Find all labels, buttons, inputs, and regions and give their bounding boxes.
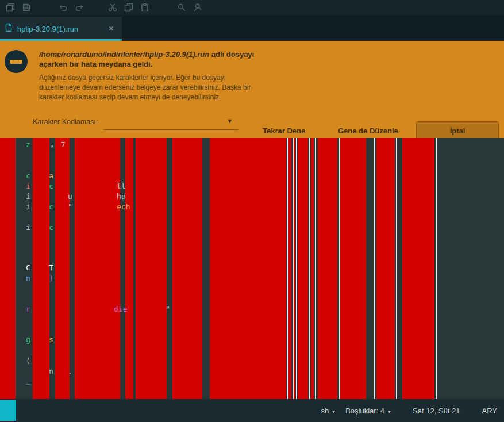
- editor-text-glyph: n: [26, 274, 30, 283]
- editor-text-glyph: ech: [117, 202, 130, 212]
- redo-icon: [75, 3, 84, 12]
- column-separator-line: [315, 138, 316, 399]
- column-separator-line: [436, 138, 437, 399]
- encoding-label: Karakter Kodlaması:: [33, 118, 98, 126]
- cursor-position-button[interactable]: Sat 12, Süt 21: [411, 404, 461, 417]
- tab-hplip-file[interactable]: hplip-3.20.9(1).run ×: [0, 17, 122, 41]
- invalid-bytes-stripe: [376, 138, 395, 399]
- text-editor-window: hplip-3.20.9(1).run × /home/ronarduino/İ…: [0, 0, 504, 422]
- editor-text-glyph: .: [68, 367, 72, 376]
- invalid-bytes-stripe: [55, 138, 70, 399]
- column-separator-line: [339, 138, 340, 399]
- editor-text-glyph: r: [26, 305, 30, 314]
- column-separator-line: [396, 138, 397, 399]
- tab-close-button[interactable]: ×: [106, 24, 116, 33]
- toolbar: [0, 0, 504, 15]
- invalid-bytes-stripe: [340, 138, 366, 399]
- error-banner: /home/ronarduino/İndirilenler/hplip-3.20…: [0, 41, 504, 138]
- retry-button[interactable]: Tekrar Dene: [257, 122, 311, 139]
- redo-button[interactable]: [71, 1, 87, 14]
- editor-text-glyph: _: [26, 376, 30, 385]
- editor-text-glyph: i: [26, 223, 30, 232]
- invalid-bytes-stripe: [172, 138, 202, 399]
- invalid-bytes-stripe: [318, 138, 337, 399]
- editor-text-glyph: C: [26, 263, 30, 273]
- editor-text-glyph: ": [49, 144, 54, 153]
- tab-bar: hplip-3.20.9(1).run ×: [0, 15, 504, 41]
- indentation-dropdown[interactable]: Boşluklar: 4: [344, 404, 392, 417]
- copy-icon: [124, 3, 133, 12]
- chevron-down-icon: ▼: [226, 117, 233, 124]
- document-icon: [5, 23, 13, 34]
- search-icon: [177, 3, 186, 12]
- copy-button[interactable]: [121, 1, 137, 14]
- editor-text-glyph: s: [49, 335, 53, 344]
- editor-text-glyph: T: [49, 263, 53, 273]
- column-separator-line: [309, 138, 310, 399]
- editor-text-glyph: ": [68, 202, 72, 212]
- invalid-bytes-stripe: [210, 138, 286, 399]
- editor-text-glyph: a: [49, 171, 53, 181]
- invalid-bytes-stripe: [311, 138, 314, 399]
- editor-text-glyph: n: [49, 367, 53, 376]
- error-file-path: /home/ronarduino/İndirilenler/hplip-3.20…: [39, 50, 209, 59]
- editor-text-glyph: c: [49, 182, 53, 191]
- editor-text-glyph: i: [26, 182, 30, 191]
- column-separator-line: [296, 138, 297, 399]
- column-separator-line: [293, 138, 294, 399]
- language-mode-dropdown[interactable]: sh: [320, 404, 336, 417]
- invalid-bytes-stripe: [136, 138, 167, 399]
- invalid-bytes-stripe: [33, 138, 49, 399]
- invalid-bytes-stripe: [298, 138, 308, 399]
- save-icon: [22, 3, 31, 12]
- editor-text-glyph: c: [26, 171, 30, 181]
- editor-text-glyph: i: [26, 192, 30, 201]
- edit-anyway-button[interactable]: Gene de Düzenle: [332, 122, 404, 139]
- invalid-bytes-stripe: [75, 138, 120, 399]
- editor-text-glyph: c: [49, 202, 53, 212]
- invalid-bytes-stripe: [288, 138, 291, 399]
- editor-text-glyph: 7: [61, 140, 66, 149]
- editor-text-glyph: die: [114, 305, 127, 314]
- editor-text-glyph: (: [26, 356, 30, 366]
- insert-mode-toggle[interactable]: ARY: [481, 404, 499, 417]
- undo-button[interactable]: [55, 1, 71, 14]
- column-separator-line: [287, 138, 288, 399]
- invalid-bytes-stripe: [402, 138, 434, 399]
- invalid-bytes-stripe: [125, 138, 133, 399]
- error-title: /home/ronarduino/İndirilenler/hplip-3.20…: [39, 50, 259, 70]
- paste-button[interactable]: [137, 1, 153, 14]
- cancel-button[interactable]: İptal: [416, 121, 499, 140]
- editor-text-glyph: ): [49, 274, 53, 283]
- editor-text-glyph: z: [26, 140, 30, 149]
- editor-text-glyph: i: [26, 202, 30, 212]
- search-replace-icon: [193, 3, 202, 12]
- duplicate-icon: [6, 3, 15, 12]
- search-button[interactable]: [174, 1, 190, 14]
- status-bar: sh Boşluklar: 4 Sat 12, Süt 21 ARY: [0, 399, 504, 422]
- editor-text-glyph: u: [68, 192, 72, 201]
- duplicate-button[interactable]: [2, 1, 18, 14]
- encoding-dropdown[interactable]: ▼: [103, 114, 238, 130]
- search-replace-button[interactable]: [190, 1, 206, 14]
- paste-icon: [140, 3, 149, 12]
- encoding-row: Karakter Kodlaması: ▼: [33, 113, 238, 131]
- error-stop-icon: [5, 50, 28, 73]
- statusbar-corner-accent: [0, 400, 16, 421]
- save-button[interactable]: [18, 1, 34, 14]
- editor-text-glyph: c: [49, 223, 53, 232]
- editor-text-glyph: hp: [117, 192, 126, 201]
- editor-text-glyph: g: [26, 335, 30, 344]
- editor-text-glyph: ll: [117, 182, 126, 191]
- cut-icon: [108, 3, 117, 12]
- column-separator-line: [374, 138, 375, 399]
- tab-title: hplip-3.20.9(1).run: [17, 25, 78, 33]
- editor-area[interactable]: z"7caiclliuhpic"echicCTn)rdie"gs(n._: [0, 138, 504, 399]
- invalid-bytes-stripe: [0, 138, 16, 399]
- undo-icon: [59, 3, 68, 12]
- error-description: Açtığınız dosya geçersiz karakterler içe…: [39, 73, 256, 102]
- cut-button[interactable]: [105, 1, 121, 14]
- invalid-bytes-stripe: [294, 138, 295, 399]
- editor-text-glyph: ": [166, 305, 170, 314]
